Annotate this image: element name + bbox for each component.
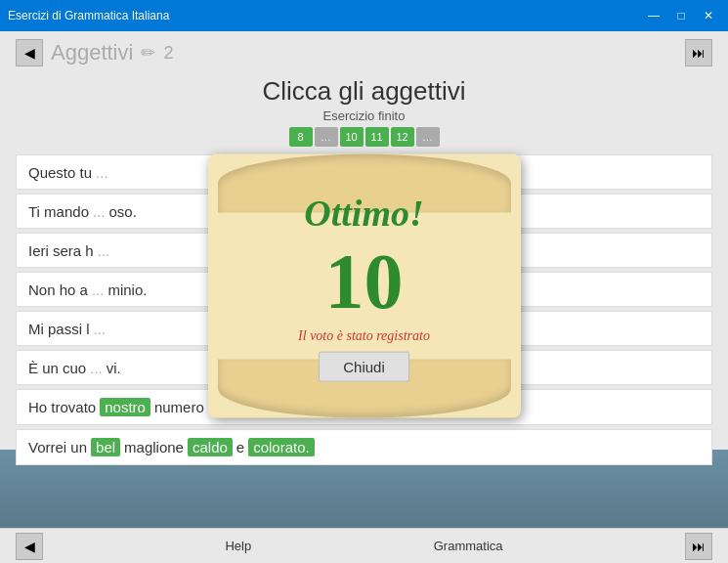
sentence-4-end: minio. [107, 282, 147, 298]
sentence-3-rest: ... [98, 242, 110, 259]
sentence-2-rest: ... [93, 203, 106, 220]
window-controls: — □ ✕ [642, 6, 720, 25]
pencil-icon: ✏ [141, 42, 155, 64]
maximize-button[interactable]: □ [669, 6, 693, 25]
sentence-6-rest: ... [90, 360, 103, 376]
sentence-5-text: Mi passi l [28, 321, 90, 337]
sentence-4-rest: ... [92, 282, 105, 298]
section-title: Aggettivi [51, 40, 133, 65]
section-number: 2 [163, 43, 173, 64]
scroll-modal: Ottimo! 10 Il voto è stato registrato Ch… [189, 125, 540, 448]
grammatica-button[interactable]: Grammatica [434, 539, 503, 553]
help-button[interactable]: Help [225, 539, 251, 553]
sentence-8-maglione: maglione [124, 439, 184, 455]
sentence-6-text: È un cuo [28, 360, 86, 376]
ottimo-label: Ottimo! [304, 191, 423, 234]
minimize-button[interactable]: — [642, 6, 665, 25]
sentence-7-nostro[interactable]: nostro [100, 398, 150, 416]
bottom-nav-prev[interactable]: ◀ [16, 533, 43, 560]
sentence-1-rest: ... [96, 164, 108, 181]
main-content: ◀ Aggettivi ✏ 2 ⏭ Clicca gli aggettivi E… [0, 31, 728, 528]
sentence-2-text: Ti mando [28, 203, 89, 220]
sentence-8-start: Vorrei un [28, 439, 87, 455]
scroll-body: Ottimo! 10 Il voto è stato registrato Ch… [208, 154, 521, 418]
sentence-4-text: Non ho a [28, 282, 88, 298]
nav-left: ◀ Aggettivi ✏ 2 [16, 39, 173, 66]
sentence-3-text: Ieri sera h [28, 242, 94, 259]
sentence-8-bel[interactable]: bel [91, 438, 120, 456]
sentence-1-text: Questo tu [28, 164, 92, 181]
sentence-2-end: oso. [109, 203, 137, 220]
sentence-7-start: Ho trovato [28, 399, 96, 415]
registered-text: Il voto è stato registrato [298, 327, 430, 343]
nav-end-button[interactable]: ⏭ [685, 39, 712, 66]
sentence-5-rest: ... [94, 321, 107, 337]
app-title: Esercizi di Grammatica Italiana [8, 9, 169, 22]
exercise-title: Clicca gli aggettivi [0, 70, 728, 108]
nav-prev-button[interactable]: ◀ [16, 39, 43, 66]
scroll-content: Ottimo! 10 Il voto è stato registrato Ch… [237, 203, 492, 369]
score-display: 10 [325, 241, 404, 320]
bottom-nav-end[interactable]: ⏭ [685, 533, 712, 560]
bottom-bar: ◀ Help Grammatica ⏭ [0, 528, 728, 563]
title-bar: Esercizi di Grammatica Italiana — □ ✕ [0, 0, 728, 31]
close-button[interactable]: ✕ [697, 6, 720, 25]
exercise-subtitle: Esercizio finito [0, 108, 728, 123]
chiudi-button[interactable]: Chiudi [319, 351, 409, 381]
header: ◀ Aggettivi ✏ 2 ⏭ [0, 31, 728, 70]
sentence-6-end: vi. [107, 360, 121, 376]
